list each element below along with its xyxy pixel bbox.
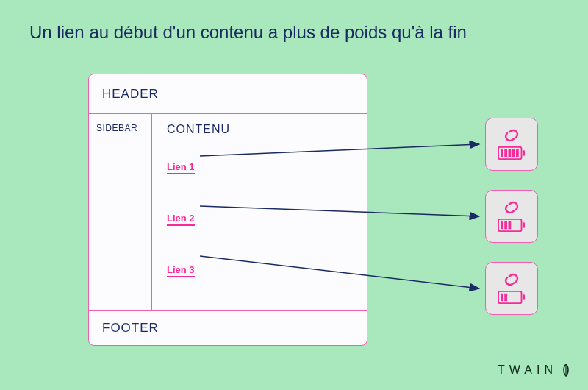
link-1-text: Lien 1 [167, 161, 195, 174]
battery-low-icon [498, 291, 526, 304]
svg-rect-5 [512, 149, 515, 157]
svg-rect-14 [501, 294, 503, 302]
layout-sidebar: SIDEBAR [89, 114, 152, 310]
weight-card-3 [485, 262, 538, 315]
link-row-2: Lien 2 [167, 213, 352, 226]
svg-rect-9 [501, 221, 503, 230]
page-layout-diagram: HEADER SIDEBAR CONTENU Lien 1 Lien 2 Lie… [88, 74, 368, 346]
layout-footer: FOOTER [89, 310, 367, 345]
svg-rect-10 [504, 221, 507, 230]
svg-rect-15 [504, 294, 507, 302]
link-icon [501, 273, 522, 286]
layout-mid: SIDEBAR CONTENU Lien 1 Lien 2 Lien 3 [89, 114, 367, 310]
content-label: CONTENU [167, 123, 352, 136]
link-icon [501, 129, 522, 142]
weight-card-1 [485, 118, 538, 171]
svg-rect-11 [509, 221, 512, 230]
svg-rect-1 [523, 150, 525, 156]
leaf-icon [562, 364, 570, 377]
layout-header: HEADER [89, 74, 367, 114]
svg-rect-3 [504, 149, 507, 157]
battery-full-icon [498, 146, 526, 160]
brand-logo: TWAIN [498, 364, 570, 377]
link-icon [501, 201, 522, 214]
svg-rect-2 [501, 149, 503, 157]
svg-rect-8 [523, 222, 525, 228]
svg-rect-6 [516, 149, 519, 157]
svg-rect-4 [509, 149, 512, 157]
svg-rect-13 [523, 294, 525, 300]
layout-content: CONTENU Lien 1 Lien 2 Lien 3 [152, 114, 367, 310]
link-2-text: Lien 2 [167, 213, 195, 226]
weight-card-2 [485, 190, 538, 243]
link-row-1: Lien 1 [167, 161, 352, 174]
brand-text: TWAIN [498, 364, 557, 377]
link-row-3: Lien 3 [167, 264, 352, 277]
link-3-text: Lien 3 [167, 264, 195, 277]
battery-half-icon [498, 219, 526, 232]
page-title: Un lien au début d'un contenu a plus de … [29, 22, 467, 43]
